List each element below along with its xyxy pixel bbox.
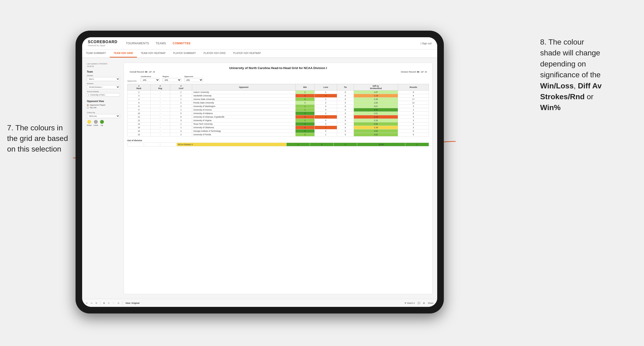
col-reg: #Reg xyxy=(150,84,170,91)
table-row: 9 - 1 University of Arizona 1 0 0 9.00 2 xyxy=(128,108,429,112)
sub-nav-team-summary[interactable]: TEAM SUMMARY xyxy=(82,49,110,57)
cell-diff: -2.29 xyxy=(354,94,398,98)
cell-win: 3 xyxy=(295,112,314,115)
cell-win: 0 xyxy=(295,94,314,98)
cell-rank: 12 xyxy=(128,119,150,122)
ood-conf xyxy=(160,143,177,146)
colour-by-select[interactable]: Win/Loss xyxy=(87,114,120,118)
cell-tie: 0 xyxy=(337,101,354,105)
cell-rounds: 3 xyxy=(398,126,429,129)
toolbar-grid2[interactable]: ⊞ xyxy=(423,302,425,304)
cell-conf: 6 xyxy=(170,115,192,119)
toolbar-cut[interactable]: ✂ xyxy=(108,302,110,304)
cell-reg: - xyxy=(150,98,170,101)
sub-nav-player-h2h-grid[interactable]: PLAYER H2H GRID xyxy=(200,49,230,57)
cell-loss: 1 xyxy=(315,98,337,101)
sign-out-button[interactable]: | Sign out xyxy=(421,42,432,45)
ood-division: NCAA Division II xyxy=(177,143,286,146)
school-label: School (Rank) xyxy=(87,91,120,93)
out-of-division-label: Out of division xyxy=(127,139,429,142)
table-row: 8 - 2 University of Washington 1 0 0 3.6… xyxy=(128,105,429,108)
cell-opponent: University of Florida xyxy=(192,133,295,137)
cell-rank: 13 xyxy=(128,122,150,126)
cell-win: 5 xyxy=(295,129,314,133)
division-select[interactable]: NCAA Division I xyxy=(87,85,120,89)
toolbar-undo[interactable]: ↩ xyxy=(86,302,88,304)
cell-rank: 16 xyxy=(128,133,150,137)
overall-record: Overall Record: 89 - 17 - 0 xyxy=(130,71,155,73)
school-value: 1. University of Nort... xyxy=(87,93,120,97)
gender-label: Gender xyxy=(87,74,120,77)
cell-reg: - xyxy=(150,112,170,115)
nav-items: TOURNAMENTS TEAMS COMMITTEE xyxy=(126,42,421,45)
cell-win: 1 xyxy=(295,108,314,112)
toolbar-clock[interactable]: ⊙ xyxy=(118,302,120,304)
cell-opponent: University of Washington xyxy=(192,105,295,108)
table-row: 6 - 2 Florida State University 4 2 0 1.8… xyxy=(128,101,429,105)
cell-diff: 9.00 xyxy=(354,108,398,112)
cell-rank: 2 xyxy=(128,91,150,94)
ood-tie: 0 xyxy=(334,143,357,146)
cell-rounds: 3 xyxy=(398,119,429,122)
cell-diff: 2.33 xyxy=(354,119,398,122)
filter-region: Region (All) xyxy=(162,75,181,82)
toolbar-more[interactable]: ⋯ xyxy=(112,302,115,304)
bold-winloss: Win/Loss xyxy=(540,82,574,90)
out-of-division: Out of division NCAA Division II 1 0 0 xyxy=(127,139,429,146)
toolbar-grid[interactable]: ⊞ xyxy=(103,302,105,304)
cell-tie: 0 xyxy=(337,115,354,119)
cell-tie: 0 xyxy=(337,91,354,94)
nav-item-committee[interactable]: COMMITTEE xyxy=(172,42,191,45)
ood-rounds: 3 xyxy=(405,143,429,146)
conference-select[interactable]: (All) xyxy=(141,78,160,82)
cell-diff: 1.67 xyxy=(354,91,398,94)
sub-nav-team-h2h-heatmap[interactable]: TEAM H2H HEATMAP xyxy=(137,49,170,57)
cell-tie: 0 xyxy=(337,126,354,129)
cell-win: 4 xyxy=(295,101,314,105)
cell-rounds: 3 xyxy=(398,105,429,108)
cell-rank: 3 xyxy=(128,94,150,98)
region-select[interactable]: (All) xyxy=(162,78,181,82)
tablet-device: SCOREBOARD Powered by clippd TOURNAMENTS… xyxy=(76,31,444,314)
cell-rank: 8 xyxy=(128,105,150,108)
gender-select[interactable]: Men's xyxy=(87,77,120,81)
cell-opponent: Texas Tech University xyxy=(192,122,295,126)
sub-nav-team-h2h-grid[interactable]: TEAM H2H GRID xyxy=(110,49,137,57)
grid-records: Overall Record: 89 - 17 - 0 Division Rec… xyxy=(127,71,429,73)
toolbar-refresh[interactable]: ⟲ xyxy=(95,302,97,304)
col-rounds: Rounds xyxy=(398,84,429,91)
cell-tie: 0 xyxy=(337,122,354,126)
cell-rounds: 17 xyxy=(398,98,429,101)
colour-item-level: Level xyxy=(94,120,98,126)
toolbar-redo[interactable]: ↪ xyxy=(91,302,92,304)
table-row: 3 - 2 Vanderbilt University 0 4 0 -2.29 … xyxy=(128,94,429,98)
ood-win: 1 xyxy=(286,143,310,146)
ood-diff: 26.00 xyxy=(357,143,405,146)
radio-opponents-played[interactable]: Opponents Played xyxy=(87,104,120,106)
cell-conf: 2 xyxy=(170,101,192,105)
colour-item-down: Down xyxy=(87,120,92,126)
radio-top100[interactable]: Top 100 xyxy=(87,107,120,109)
nav-item-tournaments[interactable]: TOURNAMENTS xyxy=(126,42,149,45)
toolbar-share[interactable]: Share xyxy=(428,302,434,304)
nav-item-teams[interactable]: TEAMS xyxy=(156,42,166,45)
cell-loss: 0 xyxy=(315,112,337,115)
sub-nav-player-summary[interactable]: PLAYER SUMMARY xyxy=(170,49,200,57)
colour-item-up: Up xyxy=(100,120,104,126)
toolbar-comment[interactable]: 💬 xyxy=(418,302,420,304)
annotation-left: 7. The colours in the grid are based on … xyxy=(7,123,73,154)
sub-nav-player-h2h-heatmap[interactable]: PLAYER H2H HEATMAP xyxy=(230,49,265,57)
cell-rounds: 9 xyxy=(398,129,429,133)
colour-legend: Down Level Up xyxy=(87,120,120,126)
cell-rounds: 9 xyxy=(398,122,429,126)
cell-reg: - xyxy=(150,94,170,98)
col-tie: Tie xyxy=(337,84,354,91)
table-row: 13 - 1 Texas Tech University 3 0 0 5.56 … xyxy=(128,122,429,126)
opponent-select[interactable]: (All) xyxy=(184,78,203,82)
ood-rank xyxy=(128,143,144,146)
cell-loss: 2 xyxy=(315,101,337,105)
toolbar-watch[interactable]: 👁 Watch ▾ xyxy=(404,302,415,304)
colour-label-down: Down xyxy=(87,124,92,126)
cell-reg: - xyxy=(150,119,170,122)
grid-title: University of North Carolina Head-to-Hea… xyxy=(127,66,429,70)
